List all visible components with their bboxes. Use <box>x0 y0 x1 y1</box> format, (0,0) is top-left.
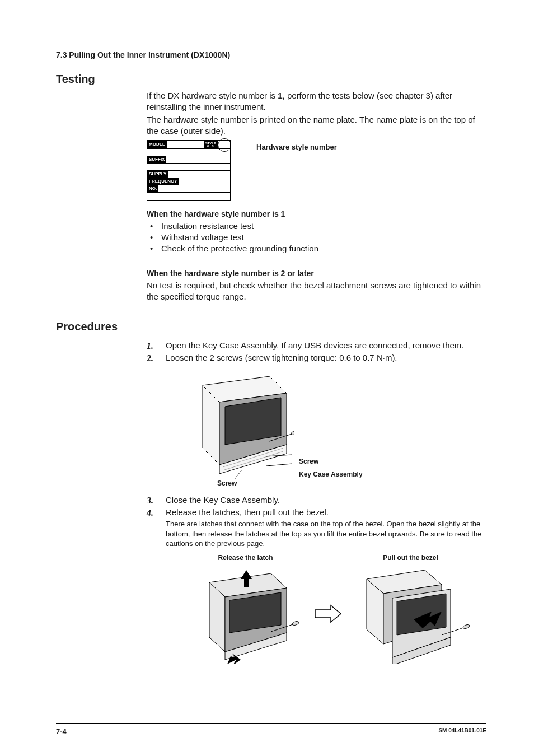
diagram-pull-out-bezel <box>352 566 470 664</box>
step-1: Open the Key Case Assembly. If any USB d… <box>147 340 486 351</box>
svg-point-30 <box>462 624 470 629</box>
label-screw-right: Screw <box>299 457 318 466</box>
leader-line-icon <box>240 140 247 148</box>
list-item: Withstand voltage test <box>147 232 486 243</box>
np-label-suffix: SUFFIX <box>147 156 166 163</box>
tests-list-style-1: Insulation resistance test Withstand vol… <box>147 221 486 255</box>
np-label-supply: SUPPLY <box>147 171 168 178</box>
text-style-2: No test is required, but check whether t… <box>147 280 486 303</box>
section-header: 7.3 Pulling Out the Inner Instrument (DX… <box>56 50 486 59</box>
testing-intro-2: The hardware style number is printed on … <box>147 114 486 137</box>
document-id: SM 04L41B01-01E <box>438 727 486 736</box>
bold-one: 1 <box>278 91 282 100</box>
label-key-case-assembly: Key Case Assembly <box>299 470 363 479</box>
svg-line-7 <box>234 470 242 479</box>
caption-release-latch: Release the latch <box>218 553 273 562</box>
circle-callout-icon <box>218 138 231 152</box>
step-3: Close the Key Case Assembly. <box>147 494 486 506</box>
diagram-unit-front <box>182 370 294 479</box>
heading-procedures: Procedures <box>56 320 486 333</box>
diagram-release-latch <box>193 566 299 664</box>
figure-latch-bezel: Release the latch <box>182 553 474 664</box>
nameplate-table: MODEL STYLE H S SUFFIX SUPPLY FREQUENCY … <box>147 140 231 201</box>
step-4-note: There are latches that connect with the … <box>166 519 486 549</box>
svg-marker-21 <box>315 605 341 622</box>
subhead-style-2: When the hardware style number is 2 or l… <box>147 268 486 279</box>
np-label-no: NO. <box>147 185 158 192</box>
nameplate-diagram: MODEL STYLE H S SUFFIX SUPPLY FREQUENCY … <box>147 140 486 201</box>
step-text: Release the latches, then pull out the b… <box>166 507 329 517</box>
step-text: Close the Key Case Assembly. <box>166 495 280 505</box>
step-text: Open the Key Case Assembly. If any USB d… <box>166 340 464 350</box>
subhead-style-1: When the hardware style number is 1 <box>147 209 486 220</box>
np-style-box <box>217 141 230 148</box>
label-screw-left: Screw <box>217 479 237 488</box>
svg-point-20 <box>292 620 299 626</box>
figure-unit-screws: Screw Screw Key Case Assembly <box>182 370 486 488</box>
text: If the DX hardware style number is <box>147 91 278 100</box>
step-2: Loosen the 2 screws (screw tightening to… <box>147 352 486 487</box>
svg-point-11 <box>291 430 294 435</box>
heading-testing: Testing <box>56 73 486 86</box>
step-text: Loosen the 2 screws (screw tightening to… <box>166 353 397 362</box>
testing-intro-1: If the DX hardware style number is 1, pe… <box>147 90 486 113</box>
footer-rule <box>56 723 486 724</box>
np-label-model: MODEL <box>147 141 167 148</box>
page-footer: 7-4 SM 04L41B01-01E <box>56 727 486 736</box>
list-item: Check of the protective grounding functi… <box>147 243 486 254</box>
list-item: Insulation resistance test <box>147 221 486 232</box>
np-label-frequency: FREQUENCY <box>147 178 179 185</box>
step-4: Release the latches, then pull out the b… <box>147 507 486 664</box>
nameplate-caption: Hardware style number <box>256 142 337 152</box>
arrow-right-icon <box>314 604 342 626</box>
caption-pull-out-bezel: Pull out the bezel <box>383 553 438 562</box>
procedure-steps: Open the Key Case Assembly. If any USB d… <box>147 340 486 664</box>
page-number: 7-4 <box>56 727 67 736</box>
np-style-header: STYLE H S <box>204 141 217 148</box>
svg-line-9 <box>266 464 292 466</box>
